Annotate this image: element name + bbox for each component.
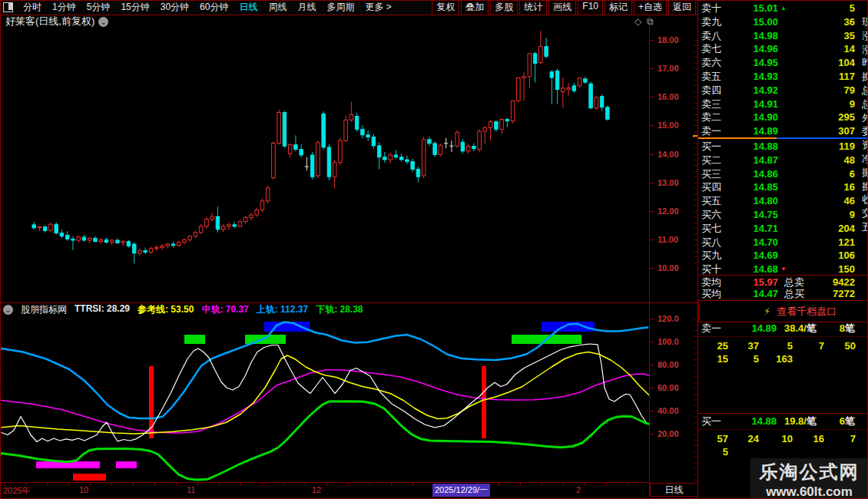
order-book-row[interactable]: 买二14.8748 <box>698 154 868 167</box>
order-book-row[interactable]: 卖四14.9279 <box>698 84 868 97</box>
order-book-row[interactable]: 买七14.71204 <box>698 222 868 236</box>
order-book-panel: 卖十15.01▲5卖九15.0036卖八14.9835卖七14.9614卖六14… <box>697 0 868 499</box>
minor-tick <box>694 143 697 144</box>
menu-item-多周期[interactable]: 多周期 <box>321 0 359 15</box>
stock-title: 好莱客(日线,前复权) <box>5 15 94 28</box>
timeline-tick <box>219 483 220 486</box>
minor-tick <box>694 131 697 132</box>
depth-label: 卖二 <box>701 111 721 124</box>
menu-button-画线[interactable]: 画线 <box>548 0 576 15</box>
clipped-info-column: 现涨涨昨换总总外委资净振换收交五 <box>862 2 868 458</box>
timeline-date-highlight: 2025/12/29/一 <box>432 484 490 497</box>
window-restore-icon[interactable]: ⧉ <box>647 16 654 27</box>
period-box[interactable]: 日线 <box>650 483 698 497</box>
minor-tick <box>694 80 697 81</box>
depth-price: 14.85 <box>743 180 778 194</box>
menu-item-分时[interactable]: 分时 <box>18 0 47 15</box>
level2-peek-box[interactable]: ⚡ 查看千档盘口 <box>698 300 868 322</box>
depth-label: 买三 <box>701 167 721 181</box>
order-book-row[interactable]: 卖六14.95104 <box>698 56 868 70</box>
minor-tick <box>694 160 697 160</box>
sell-avg-row: 卖均 15.97 总卖 9422 <box>698 276 868 288</box>
menu-button-返回[interactable]: 返回 <box>668 0 696 15</box>
diamond-icon[interactable]: ◇ <box>634 16 641 27</box>
timeline-tick <box>68 483 69 486</box>
queue-order-size: 5 <box>759 340 793 352</box>
axis-tick <box>650 240 654 240</box>
depth-volume: 204 <box>801 222 855 236</box>
timeline-tick <box>90 483 91 486</box>
axis-tick <box>650 434 654 435</box>
order-book-row[interactable]: 买八14.70121 <box>698 236 868 250</box>
depth-label: 买一 <box>701 140 721 154</box>
queue-order-size: 7 <box>793 340 824 352</box>
level2-link[interactable]: 查看千档盘口 <box>777 305 837 319</box>
depth-volume: 46 <box>801 194 855 208</box>
order-book-row[interactable]: 买三14.866 <box>698 167 868 181</box>
collapse-icon[interactable]: ⌄ <box>3 305 13 315</box>
depth-price: 14.80 <box>743 194 778 208</box>
depth-label: 卖七 <box>701 42 721 56</box>
timeline-tick <box>176 483 177 486</box>
order-book-row[interactable]: 卖九15.0036 <box>698 15 868 29</box>
chevron-down-icon[interactable]: ⌄ <box>98 17 108 27</box>
depth-label: 卖五 <box>701 70 721 84</box>
order-book-row[interactable]: 卖二14.90295 <box>698 111 868 124</box>
clipped-char: 涨 <box>862 29 868 43</box>
menu-item-更多 >[interactable]: 更多 > <box>359 0 396 15</box>
order-book-row[interactable]: 买五14.8046 <box>698 194 868 208</box>
depth-volume: 14 <box>801 42 855 56</box>
menu-item-30分钟[interactable]: 30分钟 <box>155 0 194 15</box>
menu-item-15分钟[interactable]: 15分钟 <box>115 0 154 15</box>
timeline-label: 11 <box>187 485 195 494</box>
timeline-tick <box>197 483 198 486</box>
menu-button-叠加[interactable]: 叠加 <box>461 0 489 15</box>
order-book-row[interactable]: 买九14.69106 <box>698 249 868 263</box>
menu-button-+自选[interactable]: +自选 <box>634 0 667 15</box>
queue-order-size: 5 <box>728 353 759 365</box>
timeline-tick <box>262 483 263 486</box>
minor-tick <box>694 74 697 75</box>
minor-tick <box>694 365 697 365</box>
minor-tick <box>694 188 697 189</box>
order-book-row[interactable]: 卖一14.89307 <box>698 124 868 138</box>
menu-item-月线[interactable]: 月线 <box>292 0 321 15</box>
menu-button-F10[interactable]: F10 <box>578 0 603 15</box>
depth-volume: 36 <box>801 15 855 29</box>
order-book-row[interactable]: 卖三14.919 <box>698 97 868 111</box>
order-book-row[interactable]: 买四14.8516 <box>698 180 868 194</box>
order-book-row[interactable]: 卖七14.9614 <box>698 42 868 56</box>
menu-item-日线[interactable]: 日线 <box>234 0 263 15</box>
order-book-row[interactable]: 卖五14.93117 <box>698 70 868 84</box>
menu-item-周线[interactable]: 周线 <box>263 0 292 15</box>
depth-volume: 16 <box>801 180 855 194</box>
menu-item-1分钟[interactable]: 1分钟 <box>47 0 81 15</box>
depth-price: 14.86 <box>743 167 778 181</box>
indicator-chart[interactable] <box>0 316 649 482</box>
minor-tick <box>694 394 697 395</box>
minor-tick <box>694 325 697 326</box>
queue-order-size: 24 <box>728 433 759 444</box>
timeline-tick <box>283 483 284 486</box>
order-book-row[interactable]: 买六14.759 <box>698 208 868 222</box>
order-book-row[interactable]: 卖十15.01▲5 <box>698 2 868 15</box>
queue-number-row: 25375750 <box>698 340 860 352</box>
candlestick-chart[interactable] <box>0 28 649 302</box>
menu-item-5分钟[interactable]: 5分钟 <box>81 0 116 15</box>
timeline-tick <box>542 483 542 486</box>
timeline-tick <box>240 483 241 486</box>
menu-button-多股[interactable]: 多股 <box>490 0 518 15</box>
order-book-row[interactable]: 买一14.88119 <box>698 140 868 154</box>
window-icon[interactable] <box>3 2 13 12</box>
menu-button-复权[interactable]: 复权 <box>432 0 459 15</box>
menu-item-60分钟[interactable]: 60分钟 <box>194 0 234 15</box>
menu-button-标记[interactable]: 标记 <box>605 0 632 15</box>
indicator-value: 中轨: 70.37 <box>201 303 248 316</box>
sell-queue-header: 卖一 14.89 38.4/笔 8笔 <box>698 322 868 335</box>
indicator-values: TTRSI: 28.29参考线: 53.50中轨: 70.37上轨: 112.3… <box>67 303 363 316</box>
clipped-char: 振 <box>862 166 868 180</box>
depth-price: 14.98 <box>743 29 778 43</box>
order-book-row[interactable]: 卖八14.9835 <box>698 29 868 43</box>
menu-button-统计[interactable]: 统计 <box>519 0 547 15</box>
timeline-tick <box>606 483 607 486</box>
